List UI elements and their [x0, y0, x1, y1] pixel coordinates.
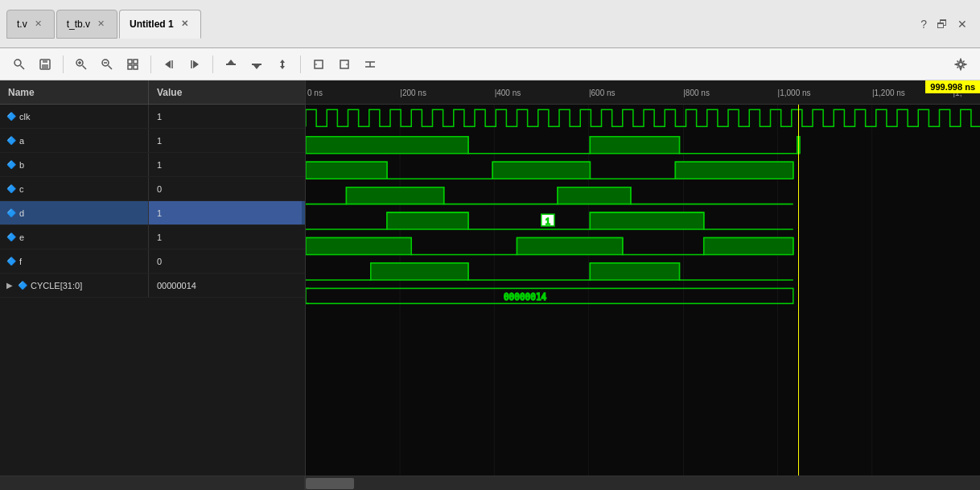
cursor-line — [798, 105, 799, 476]
svg-marker-23 — [253, 65, 260, 69]
combine-button[interactable] — [359, 53, 381, 76]
waveform-area[interactable]: 999.998 ns 0 ns |200 ns |400 ns |600 ns … — [306, 80, 980, 490]
signal-name-b: 🔷 b — [0, 153, 149, 176]
save-button[interactable] — [34, 53, 56, 76]
move-button[interactable] — [271, 53, 294, 76]
tab-t-v[interactable]: t.v ✕ — [6, 10, 55, 39]
svg-marker-16 — [165, 60, 171, 68]
signal-row-a[interactable]: 🔷 a 1 — [0, 129, 305, 153]
toolbar-sep-3 — [212, 56, 213, 73]
signal-row-f[interactable]: 🔷 f 0 — [0, 249, 305, 274]
tab-t-tb-v-label: t_tb.v — [67, 19, 90, 30]
fit-button[interactable] — [121, 53, 144, 76]
signal-icon-a: 🔷 — [6, 136, 16, 145]
signal-name-clk: 🔷 clk — [0, 105, 149, 128]
svg-text:00000014: 00000014 — [504, 292, 547, 303]
tab-t-v-label: t.v — [17, 19, 27, 30]
expand-cycle-icon[interactable]: ▶ — [6, 281, 13, 290]
svg-rect-26 — [282, 62, 283, 67]
signal-row-e[interactable]: 🔷 e 1 — [0, 225, 305, 249]
svg-line-6 — [83, 65, 87, 69]
svg-marker-50 — [590, 212, 703, 229]
svg-marker-42 — [590, 137, 679, 154]
signal-name-e: 🔷 e — [0, 225, 149, 249]
signal-value-c: 0 — [149, 184, 170, 194]
signal-value-f: 0 — [149, 257, 170, 266]
zoom-out-button[interactable] — [96, 53, 118, 76]
signal-row-clk[interactable]: 🔷 clk 1 — [0, 105, 305, 129]
signal-icon-b: 🔷 — [6, 160, 16, 169]
svg-rect-15 — [134, 65, 138, 69]
time-tick-1000ns: |1,000 ns — [778, 89, 811, 97]
signal-icon-e: 🔷 — [6, 233, 16, 241]
toolbar-sep-2 — [150, 56, 151, 73]
svg-rect-22 — [252, 64, 261, 65]
settings-button[interactable] — [949, 53, 972, 76]
next-cursor-button[interactable] — [183, 53, 206, 76]
svg-line-1 — [21, 65, 25, 69]
add-up-button[interactable] — [220, 53, 242, 76]
main-content: Name Value 🔷 clk 1 🔷 a 1 — [0, 80, 980, 490]
waveform-svg: 1 — [306, 105, 980, 476]
zoom-in-button[interactable] — [70, 53, 93, 76]
signal-icon-c: 🔷 — [6, 184, 16, 193]
signal-name-a: 🔷 a — [0, 129, 149, 152]
svg-marker-18 — [193, 60, 199, 68]
close-window-icon[interactable]: ✕ — [957, 18, 967, 31]
tab-t-tb-v-close[interactable]: ✕ — [95, 18, 107, 30]
prev-cursor-button[interactable] — [158, 53, 180, 76]
signal-icon-cycle: 🔷 — [18, 281, 27, 290]
name-column-header: Name — [0, 80, 149, 104]
tab-untitled1-close[interactable]: ✕ — [179, 18, 191, 30]
signal-icon-d: 🔷 — [6, 208, 16, 217]
title-bar-controls: ? 🗗 ✕ — [920, 18, 974, 31]
snap2-button[interactable] — [333, 53, 356, 76]
signal-row-d[interactable]: 🔷 d 1 — [0, 201, 305, 225]
toolbar-sep-4 — [300, 56, 301, 73]
tab-t-v-close[interactable]: ✕ — [32, 18, 44, 30]
waveform-scrollbar[interactable] — [306, 476, 980, 490]
time-marker: 999.998 ns — [925, 80, 980, 93]
svg-line-10 — [109, 65, 113, 69]
value-column-header: Value — [149, 80, 190, 104]
tab-t-tb-v[interactable]: t_tb.v ✕ — [56, 10, 117, 39]
scrollbar-thumb[interactable] — [306, 478, 354, 489]
signal-value-b: 1 — [149, 160, 170, 170]
tab-untitled1[interactable]: Untitled 1 ✕ — [119, 10, 201, 39]
waveform-canvas[interactable]: 1 — [306, 105, 980, 476]
signal-row-c[interactable]: 🔷 c 0 — [0, 177, 305, 201]
snap1-button[interactable] — [307, 53, 330, 76]
svg-marker-49 — [387, 212, 468, 229]
title-bar: t.v ✕ t_tb.v ✕ Untitled 1 ✕ ? 🗗 ✕ — [0, 0, 980, 48]
svg-marker-46 — [675, 162, 793, 179]
signal-name-f: 🔷 f — [0, 249, 149, 273]
svg-point-0 — [14, 60, 21, 66]
svg-marker-53 — [306, 238, 411, 255]
signal-value-e: 1 — [149, 233, 170, 242]
signal-icon-clk: 🔷 — [6, 112, 16, 121]
time-tick-0ns: 0 ns — [307, 89, 323, 97]
svg-rect-58 — [306, 288, 793, 303]
svg-rect-4 — [42, 64, 48, 68]
svg-marker-56 — [371, 263, 468, 280]
svg-rect-3 — [43, 60, 47, 63]
search-button[interactable] — [8, 53, 31, 76]
left-panel-bottom — [0, 476, 305, 490]
svg-text:1: 1 — [546, 216, 550, 226]
svg-rect-12 — [128, 60, 132, 64]
signal-row-cycle[interactable]: ▶ 🔷 CYCLE[31:0] 00000014 — [0, 274, 305, 298]
signal-name-c: 🔷 c — [0, 177, 149, 200]
svg-marker-47 — [346, 187, 443, 204]
svg-marker-44 — [306, 162, 387, 179]
time-tick-200ns: |200 ns — [400, 89, 426, 97]
add-down-button[interactable] — [245, 53, 268, 76]
svg-marker-54 — [517, 238, 623, 255]
time-tick-800ns: |800 ns — [683, 89, 710, 97]
help-icon[interactable]: ? — [920, 18, 927, 31]
time-tick-400ns: |400 ns — [495, 89, 521, 97]
tab-bar: t.v ✕ t_tb.v ✕ Untitled 1 ✕ — [6, 0, 201, 47]
restore-icon[interactable]: 🗗 — [937, 18, 948, 31]
signal-row-b[interactable]: 🔷 b 1 — [0, 153, 305, 177]
svg-marker-48 — [558, 187, 631, 204]
signal-value-d: 1 — [149, 201, 302, 224]
